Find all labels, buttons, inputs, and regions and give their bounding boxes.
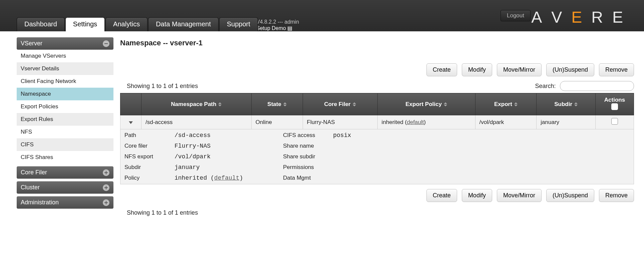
cell-subdir: january	[537, 115, 596, 129]
tab-data-management[interactable]: Data Management	[148, 17, 219, 31]
create-button[interactable]: Create	[426, 63, 457, 76]
detail-value: posix	[333, 132, 351, 139]
detail-value: Flurry-NAS	[175, 143, 243, 149]
tab-support[interactable]: Support	[219, 17, 258, 31]
sidebar-item-nfs[interactable]: NFS	[17, 126, 113, 138]
detail-label: Subdir	[124, 164, 165, 171]
row-details: Path/sd-access Core filerFlurry-NAS NFS …	[120, 129, 634, 184]
remove-button[interactable]: Remove	[599, 189, 634, 202]
showing-text-top: Showing 1 to 1 of 1 entries	[120, 83, 198, 90]
cell-path: /sd-access	[141, 115, 252, 129]
tab-settings[interactable]: Settings	[65, 17, 105, 31]
remove-button[interactable]: Remove	[599, 63, 634, 76]
collapse-icon	[103, 40, 109, 47]
table-row[interactable]: /sd-access Online Flurry-NAS inherited (…	[120, 115, 634, 129]
sort-icon	[353, 102, 356, 106]
modify-button[interactable]: Modify	[462, 189, 492, 202]
detail-label: Data Mgmt	[283, 175, 323, 181]
col-export-policy[interactable]: Export Policy	[377, 93, 475, 115]
col-actions: Actions	[596, 93, 634, 115]
sidebar-item-namespace[interactable]: Namespace	[17, 88, 113, 100]
search-label: Search:	[535, 83, 556, 89]
detail-value	[333, 175, 351, 181]
tab-analytics[interactable]: Analytics	[105, 17, 147, 31]
sidebar-group-cluster[interactable]: Cluster	[17, 181, 113, 194]
col-namespace-path[interactable]: Namespace Path	[141, 93, 252, 115]
action-bar-bottom: Create Modify Move/Mirror (Un)Suspend Re…	[120, 189, 634, 202]
namespace-table: Namespace Path State Core Filer Export P…	[120, 93, 634, 184]
detail-value: inherited (default)	[175, 175, 243, 181]
showing-text-bottom: Showing 1 to 1 of 1 entries	[120, 209, 634, 216]
sidebar-item-export-policies[interactable]: Export Policies	[17, 100, 113, 113]
sort-icon	[218, 102, 222, 106]
tab-dashboard[interactable]: Dashboard	[17, 17, 65, 31]
suspend-button[interactable]: (Un)Suspend	[546, 63, 594, 76]
sidebar-item-cifs[interactable]: CIFS	[17, 138, 113, 151]
modify-button[interactable]: Modify	[462, 63, 492, 76]
sidebar-item-export-rules[interactable]: Export Rules	[17, 113, 113, 126]
detail-value	[333, 143, 351, 149]
sort-icon	[574, 102, 578, 106]
detail-label: Policy	[124, 175, 165, 181]
edit-icon: ▤	[287, 25, 292, 31]
cell-export: /vol/dpark	[475, 115, 537, 129]
main-content: Namespace -- vserver-1 Create Modify Mov…	[120, 37, 634, 216]
sort-icon	[444, 102, 447, 106]
top-bar: Logout V4.8.2.2 --- admin Setup Demo ▤ A…	[0, 0, 644, 31]
cell-export-policy: inherited (default)	[377, 115, 475, 129]
sort-icon	[514, 102, 518, 106]
cell-state: Online	[251, 115, 303, 129]
detail-label: NFS export	[124, 153, 165, 160]
expand-icon	[103, 169, 109, 176]
col-subdir[interactable]: Subdir	[537, 93, 596, 115]
logout-button[interactable]: Logout	[501, 10, 531, 21]
detail-label: Share name	[283, 143, 323, 149]
sidebar-item-manage-vservers[interactable]: Manage VServers	[17, 50, 113, 62]
cell-core-filer: Flurry-NAS	[303, 115, 377, 129]
sidebar-item-cifs-shares[interactable]: CIFS Shares	[17, 151, 113, 164]
create-button[interactable]: Create	[426, 189, 457, 202]
main-tabs: Dashboard Settings Analytics Data Manage…	[17, 17, 258, 31]
policy-link[interactable]: default	[407, 119, 424, 125]
detail-label: Path	[124, 132, 165, 139]
version-text: V4.8.2.2 --- admin	[256, 19, 299, 25]
sidebar-group-vserver[interactable]: VServer	[17, 37, 113, 50]
expand-icon	[103, 199, 109, 206]
brand-logo: AVERE	[531, 8, 632, 26]
header-meta: V4.8.2.2 --- admin Setup Demo ▤	[256, 19, 299, 31]
sidebar-group-core-filer[interactable]: Core Filer	[17, 166, 113, 179]
sidebar: VServer Manage VServers Vserver Details …	[17, 37, 113, 216]
row-expander-icon[interactable]	[129, 121, 133, 124]
select-all-checkbox[interactable]	[611, 103, 618, 110]
detail-label: CIFS access	[283, 132, 323, 139]
sidebar-group-administration[interactable]: Administration	[17, 196, 113, 209]
move-mirror-button[interactable]: Move/Mirror	[497, 189, 542, 202]
sort-icon	[283, 102, 287, 106]
detail-value: january	[175, 164, 243, 171]
move-mirror-button[interactable]: Move/Mirror	[497, 63, 542, 76]
detail-value: /vol/dpark	[175, 153, 243, 160]
col-state[interactable]: State	[251, 93, 303, 115]
action-bar-top: Create Modify Move/Mirror (Un)Suspend Re…	[120, 63, 634, 76]
col-expand	[120, 93, 141, 115]
page-title: Namespace -- vserver-1	[120, 39, 634, 47]
detail-value	[333, 153, 351, 160]
suspend-button[interactable]: (Un)Suspend	[546, 189, 594, 202]
expand-icon	[103, 184, 109, 191]
sidebar-item-client-facing-network[interactable]: Client Facing Network	[17, 75, 113, 88]
detail-label: Permissions	[283, 164, 323, 171]
detail-label: Core filer	[124, 143, 165, 149]
policy-link[interactable]: default	[214, 175, 240, 181]
detail-value	[333, 164, 351, 171]
search-input[interactable]	[560, 81, 634, 91]
detail-value: /sd-access	[175, 132, 243, 139]
col-core-filer[interactable]: Core Filer	[303, 93, 377, 115]
col-export[interactable]: Export	[475, 93, 537, 115]
row-checkbox[interactable]	[611, 118, 618, 125]
setup-link[interactable]: Setup Demo ▤	[256, 25, 299, 31]
sidebar-item-vserver-details[interactable]: Vserver Details	[17, 62, 113, 75]
detail-label: Share subdir	[283, 153, 323, 160]
